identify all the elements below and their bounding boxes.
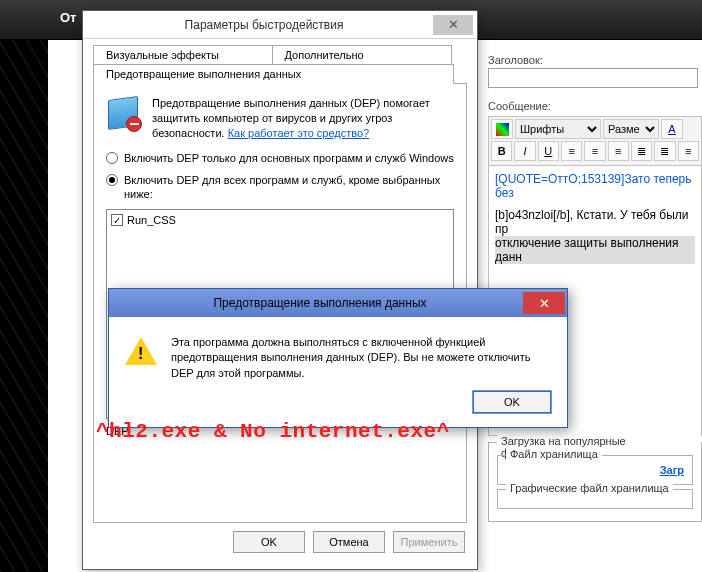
text-color-button[interactable]: A — [661, 119, 683, 139]
msg-text: Эта программа должна выполняться с включ… — [171, 335, 551, 381]
list-unordered-button[interactable]: ≣ — [654, 141, 675, 161]
graphic-storage-group: Графические файл хранилища — [497, 489, 693, 509]
apply-button[interactable]: Применить — [393, 531, 465, 553]
editor-line3: отключение защиты выполнения данн — [495, 236, 695, 264]
ok-button[interactable]: OK — [233, 531, 305, 553]
editor-toolbar: Шрифты Разме A B I U ≡ ≡ ≡ ≣ ≣ ≡ — [488, 116, 702, 166]
close-button[interactable]: ✕ — [433, 15, 473, 35]
upload-link[interactable]: Загр — [660, 464, 684, 476]
file-storage-group: Файл хранилища Загр — [497, 455, 693, 485]
ok-button[interactable]: OK — [473, 391, 551, 413]
font-size-select[interactable]: Разме — [603, 119, 659, 139]
hex-background — [0, 40, 48, 572]
upload-group: Загрузка на популярные файлхранилищ Файл… — [488, 442, 702, 522]
msg-title: Предотвращение выполнения данных — [117, 296, 523, 310]
checkbox-icon[interactable]: ✓ — [111, 214, 123, 226]
radio-all-except[interactable]: Включить DEP для всех программ и служб, … — [106, 173, 454, 202]
title-input[interactable] — [488, 68, 698, 88]
dep-description: Предотвращение выполнения данных (DEP) п… — [152, 96, 454, 141]
warning-icon — [125, 335, 157, 367]
align-center-button[interactable]: ≡ — [584, 141, 605, 161]
editor-quote-line: [QUOTE=ОттО;153139]Зато теперь без — [495, 172, 695, 200]
list-item[interactable]: ✓ Run_CSS — [111, 214, 449, 226]
editor-line2: [b]o43nzloi[/b], Кстати. У тебя были пр — [495, 208, 695, 236]
radio-icon — [106, 152, 118, 164]
perf-title: Параметры быстродействия — [95, 18, 433, 32]
align-left-button[interactable]: ≡ — [561, 141, 582, 161]
list-item-label: Run_CSS — [127, 214, 176, 226]
cancel-button[interactable]: Отмена — [313, 531, 385, 553]
dep-chip-icon — [106, 96, 142, 132]
tab-advanced[interactable]: Дополнительно — [273, 45, 453, 64]
outdent-button[interactable]: ≡ — [678, 141, 699, 161]
file-storage-title: Файл хранилища — [506, 448, 602, 460]
radio-essential-only[interactable]: Включить DEP только для основных програм… — [106, 151, 454, 165]
message-label: Сообщение: — [488, 100, 702, 112]
italic-button[interactable]: I — [514, 141, 535, 161]
perf-titlebar: Параметры быстродействия ✕ — [83, 11, 477, 39]
tab-dep[interactable]: Предотвращение выполнения данных — [93, 64, 454, 84]
list-ordered-button[interactable]: ≣ — [631, 141, 652, 161]
dep-error-dialog: Предотвращение выполнения данных ✕ Эта п… — [108, 288, 568, 428]
underline-button[interactable]: U — [538, 141, 559, 161]
dep-help-link[interactable]: Как работает это средство? — [228, 127, 370, 139]
title-label: Заголовок: — [488, 54, 702, 66]
msg-titlebar: Предотвращение выполнения данных ✕ — [109, 289, 567, 317]
bold-button[interactable]: B — [491, 141, 512, 161]
tab-visual-effects[interactable]: Визуальные эффекты — [93, 45, 273, 64]
radio-icon — [106, 174, 118, 186]
font-color-button[interactable] — [491, 119, 513, 139]
font-family-select[interactable]: Шрифты — [515, 119, 601, 139]
graphic-storage-title: Графические файл хранилища — [506, 482, 673, 494]
close-button[interactable]: ✕ — [523, 292, 565, 314]
align-right-button[interactable]: ≡ — [608, 141, 629, 161]
